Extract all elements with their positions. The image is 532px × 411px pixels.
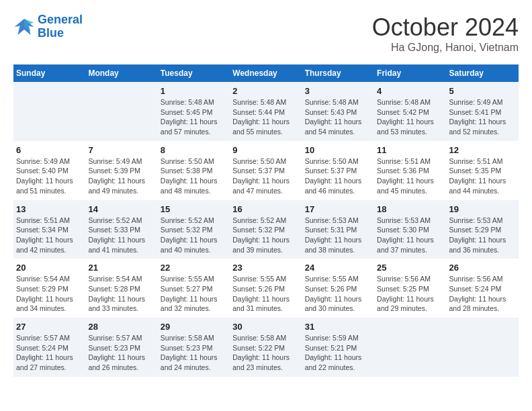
calendar-cell: 28Sunrise: 5:57 AM Sunset: 5:23 PM Dayli… xyxy=(85,318,157,377)
day-number: 29 xyxy=(161,322,227,332)
calendar-week-row: 1Sunrise: 5:48 AM Sunset: 5:45 PM Daylig… xyxy=(13,82,519,141)
calendar-week-row: 27Sunrise: 5:57 AM Sunset: 5:24 PM Dayli… xyxy=(13,318,519,377)
calendar-cell: 16Sunrise: 5:52 AM Sunset: 5:32 PM Dayli… xyxy=(230,200,302,259)
day-number: 19 xyxy=(449,204,516,214)
day-number: 23 xyxy=(232,263,299,273)
day-number: 17 xyxy=(305,204,371,214)
day-info: Sunrise: 5:52 AM Sunset: 5:32 PM Dayligh… xyxy=(161,216,227,255)
calendar-cell: 6Sunrise: 5:49 AM Sunset: 5:40 PM Daylig… xyxy=(13,141,85,200)
calendar-week-row: 13Sunrise: 5:51 AM Sunset: 5:34 PM Dayli… xyxy=(13,200,519,259)
page-header: General Blue October 2024 Ha GJong, Hano… xyxy=(13,13,519,54)
day-info: Sunrise: 5:52 AM Sunset: 5:32 PM Dayligh… xyxy=(232,216,299,255)
col-header-saturday: Saturday xyxy=(447,64,519,82)
day-info: Sunrise: 5:55 AM Sunset: 5:27 PM Dayligh… xyxy=(161,274,227,314)
col-header-friday: Friday xyxy=(374,64,446,82)
calendar-cell: 13Sunrise: 5:51 AM Sunset: 5:34 PM Dayli… xyxy=(13,200,85,259)
day-info: Sunrise: 5:58 AM Sunset: 5:22 PM Dayligh… xyxy=(232,333,299,373)
day-info: Sunrise: 5:51 AM Sunset: 5:34 PM Dayligh… xyxy=(16,216,83,255)
day-info: Sunrise: 5:52 AM Sunset: 5:33 PM Dayligh… xyxy=(88,216,154,255)
day-number: 20 xyxy=(16,263,83,273)
col-header-thursday: Thursday xyxy=(302,64,374,82)
calendar-cell: 19Sunrise: 5:53 AM Sunset: 5:29 PM Dayli… xyxy=(447,200,519,259)
calendar-cell: 1Sunrise: 5:48 AM Sunset: 5:45 PM Daylig… xyxy=(158,82,230,141)
calendar-cell: 26Sunrise: 5:56 AM Sunset: 5:24 PM Dayli… xyxy=(447,259,519,318)
day-info: Sunrise: 5:54 AM Sunset: 5:29 PM Dayligh… xyxy=(16,274,83,314)
day-info: Sunrise: 5:50 AM Sunset: 5:37 PM Dayligh… xyxy=(232,156,299,196)
day-number: 21 xyxy=(88,263,154,273)
day-info: Sunrise: 5:51 AM Sunset: 5:36 PM Dayligh… xyxy=(377,156,443,196)
day-number: 16 xyxy=(232,204,299,214)
day-number: 1 xyxy=(161,86,227,96)
calendar-cell: 2Sunrise: 5:48 AM Sunset: 5:44 PM Daylig… xyxy=(230,82,302,141)
day-number: 28 xyxy=(88,322,154,332)
day-number: 6 xyxy=(16,145,83,155)
day-info: Sunrise: 5:53 AM Sunset: 5:31 PM Dayligh… xyxy=(305,216,371,255)
calendar-cell: 29Sunrise: 5:58 AM Sunset: 5:23 PM Dayli… xyxy=(158,318,230,377)
day-info: Sunrise: 5:48 AM Sunset: 5:45 PM Dayligh… xyxy=(161,97,227,137)
col-header-wednesday: Wednesday xyxy=(230,64,302,82)
col-header-monday: Monday xyxy=(85,64,157,82)
day-number: 25 xyxy=(377,263,443,273)
logo-icon xyxy=(13,16,35,38)
day-info: Sunrise: 5:50 AM Sunset: 5:38 PM Dayligh… xyxy=(161,156,227,196)
calendar-cell: 14Sunrise: 5:52 AM Sunset: 5:33 PM Dayli… xyxy=(85,200,157,259)
calendar-cell xyxy=(374,318,446,377)
day-info: Sunrise: 5:57 AM Sunset: 5:23 PM Dayligh… xyxy=(88,333,154,373)
day-number: 27 xyxy=(16,322,83,332)
calendar-cell: 3Sunrise: 5:48 AM Sunset: 5:43 PM Daylig… xyxy=(302,82,374,141)
calendar-cell: 31Sunrise: 5:59 AM Sunset: 5:21 PM Dayli… xyxy=(302,318,374,377)
calendar-cell: 4Sunrise: 5:48 AM Sunset: 5:42 PM Daylig… xyxy=(374,82,446,141)
day-info: Sunrise: 5:50 AM Sunset: 5:37 PM Dayligh… xyxy=(305,156,371,196)
calendar-cell: 23Sunrise: 5:55 AM Sunset: 5:26 PM Dayli… xyxy=(230,259,302,318)
calendar-cell: 10Sunrise: 5:50 AM Sunset: 5:37 PM Dayli… xyxy=(302,141,374,200)
day-info: Sunrise: 5:57 AM Sunset: 5:24 PM Dayligh… xyxy=(16,333,83,373)
day-number: 5 xyxy=(449,86,516,96)
day-number: 31 xyxy=(305,322,371,332)
calendar-cell: 5Sunrise: 5:49 AM Sunset: 5:41 PM Daylig… xyxy=(447,82,519,141)
day-info: Sunrise: 5:53 AM Sunset: 5:30 PM Dayligh… xyxy=(377,216,443,255)
calendar-cell: 25Sunrise: 5:56 AM Sunset: 5:25 PM Dayli… xyxy=(374,259,446,318)
day-number: 10 xyxy=(305,145,371,155)
day-info: Sunrise: 5:49 AM Sunset: 5:39 PM Dayligh… xyxy=(88,156,154,196)
calendar-cell: 18Sunrise: 5:53 AM Sunset: 5:30 PM Dayli… xyxy=(374,200,446,259)
calendar-cell: 11Sunrise: 5:51 AM Sunset: 5:36 PM Dayli… xyxy=(374,141,446,200)
day-info: Sunrise: 5:55 AM Sunset: 5:26 PM Dayligh… xyxy=(305,274,371,314)
location: Ha GJong, Hanoi, Vietnam xyxy=(372,42,519,54)
day-info: Sunrise: 5:56 AM Sunset: 5:24 PM Dayligh… xyxy=(449,274,516,314)
calendar-header-row: SundayMondayTuesdayWednesdayThursdayFrid… xyxy=(13,64,519,82)
day-info: Sunrise: 5:53 AM Sunset: 5:29 PM Dayligh… xyxy=(449,216,516,255)
day-info: Sunrise: 5:59 AM Sunset: 5:21 PM Dayligh… xyxy=(305,333,371,373)
calendar-cell: 22Sunrise: 5:55 AM Sunset: 5:27 PM Dayli… xyxy=(158,259,230,318)
calendar-cell: 21Sunrise: 5:54 AM Sunset: 5:28 PM Dayli… xyxy=(85,259,157,318)
calendar-cell: 8Sunrise: 5:50 AM Sunset: 5:38 PM Daylig… xyxy=(158,141,230,200)
calendar-cell xyxy=(13,82,85,141)
calendar-week-row: 6Sunrise: 5:49 AM Sunset: 5:40 PM Daylig… xyxy=(13,141,519,200)
day-number: 4 xyxy=(377,86,443,96)
day-info: Sunrise: 5:48 AM Sunset: 5:43 PM Dayligh… xyxy=(305,97,371,137)
day-info: Sunrise: 5:54 AM Sunset: 5:28 PM Dayligh… xyxy=(88,274,154,314)
calendar-cell: 17Sunrise: 5:53 AM Sunset: 5:31 PM Dayli… xyxy=(302,200,374,259)
day-number: 11 xyxy=(377,145,443,155)
day-info: Sunrise: 5:51 AM Sunset: 5:35 PM Dayligh… xyxy=(449,156,516,196)
calendar-cell: 9Sunrise: 5:50 AM Sunset: 5:37 PM Daylig… xyxy=(230,141,302,200)
title-block: October 2024 Ha GJong, Hanoi, Vietnam xyxy=(372,13,519,54)
calendar-cell: 12Sunrise: 5:51 AM Sunset: 5:35 PM Dayli… xyxy=(447,141,519,200)
calendar-cell: 7Sunrise: 5:49 AM Sunset: 5:39 PM Daylig… xyxy=(85,141,157,200)
calendar-cell: 30Sunrise: 5:58 AM Sunset: 5:22 PM Dayli… xyxy=(230,318,302,377)
day-number: 26 xyxy=(449,263,516,273)
day-number: 8 xyxy=(161,145,227,155)
day-number: 22 xyxy=(161,263,227,273)
col-header-tuesday: Tuesday xyxy=(158,64,230,82)
day-info: Sunrise: 5:49 AM Sunset: 5:40 PM Dayligh… xyxy=(16,156,83,196)
day-info: Sunrise: 5:58 AM Sunset: 5:23 PM Dayligh… xyxy=(161,333,227,373)
calendar-cell: 27Sunrise: 5:57 AM Sunset: 5:24 PM Dayli… xyxy=(13,318,85,377)
day-number: 18 xyxy=(377,204,443,214)
calendar-cell xyxy=(85,82,157,141)
day-number: 2 xyxy=(232,86,299,96)
day-number: 9 xyxy=(232,145,299,155)
day-number: 15 xyxy=(161,204,227,214)
logo: General Blue xyxy=(13,13,83,40)
day-number: 30 xyxy=(232,322,299,332)
col-header-sunday: Sunday xyxy=(13,64,85,82)
day-number: 24 xyxy=(305,263,371,273)
